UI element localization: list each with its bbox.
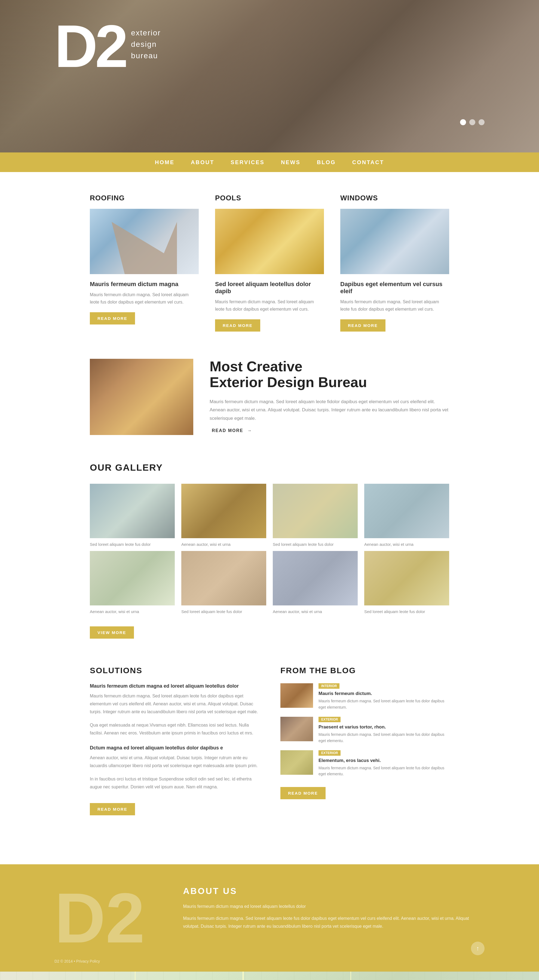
nav-contact[interactable]: CONTACT xyxy=(352,159,384,165)
gallery-thumb-5[interactable] xyxy=(90,551,175,605)
solutions-body1: Mauris fermeum dictum magna. Sed loreet … xyxy=(90,692,259,716)
hero-section: D2 exterior design bureau xyxy=(0,0,539,153)
services-grid: ROOFING Mauris fermeum dictum magna Maur… xyxy=(90,194,449,332)
footer-about-heading: ABOUT US xyxy=(183,886,485,896)
service-pools-btn[interactable]: READ MORE xyxy=(215,319,260,332)
gallery-grid-bottom: Aenean auctor, wisi et urna Sed loreet a… xyxy=(90,551,449,614)
solutions-column: SOLUTIONS Mauris fermeum dictum magna ed… xyxy=(90,666,259,815)
gallery-grid-top: Sed loreet aliquam leote fus dolor Aenea… xyxy=(90,484,449,547)
service-windows: WINDOWS Dapibus eget elementum vel cursu… xyxy=(340,194,449,332)
service-pools-subtitle: Sed loreet aliquam leotellus dolor dapib xyxy=(215,281,324,295)
hero-dot-2[interactable] xyxy=(469,119,475,125)
service-pools: POOLS Sed loreet aliquam leotellus dolor… xyxy=(215,194,324,332)
service-roofing-image xyxy=(90,209,199,274)
blog-post-1-content: Interior Mauris fermeum dictum. Mauris f… xyxy=(318,683,449,710)
blog-tag-2: Exterior xyxy=(318,717,340,722)
blog-post-3: Exterior Elementum, eros lacus vehi. Mau… xyxy=(280,750,449,777)
gallery-caption-2: Aenean auctor, wisi et urna xyxy=(181,542,266,547)
gallery-caption-1: Sed loreet aliquam leote fus dolor xyxy=(90,542,175,547)
gallery-thumb-6[interactable] xyxy=(181,551,266,605)
gallery-caption-5: Aenean auctor, wisi et urna xyxy=(90,609,175,614)
blog-read-more-btn[interactable]: READ MORE xyxy=(280,787,326,799)
nav-blog[interactable]: BLOG xyxy=(317,159,336,165)
gallery-item-8: Sed loreet aliquam leote fus dolor xyxy=(364,551,449,614)
feature-body: Mauris fermeum dictum magna. Sed loreet … xyxy=(210,398,449,423)
gallery-thumb-3[interactable] xyxy=(273,484,358,538)
solutions-para1-title: Mauris fermeum dictum magna ed loreet al… xyxy=(90,683,259,689)
gallery-item-3: Sed loreet aliquam leote fus dolor xyxy=(273,484,358,547)
gallery-caption-4: Aenean auctor, wisi et urna xyxy=(364,542,449,547)
blog-post-3-content: Exterior Elementum, eros lacus vehi. Mau… xyxy=(318,750,449,777)
hero-dots xyxy=(460,119,485,125)
footer-content: ABOUT US Mauris fermeum dictum magna ed … xyxy=(183,886,485,935)
hero-brand-d2: D2 xyxy=(54,16,126,76)
blog-post-1: Interior Mauris fermeum dictum. Mauris f… xyxy=(280,683,449,710)
footer-logo: D2 xyxy=(54,886,145,950)
gallery-item-4: Aenean auctor, wisi et urna xyxy=(364,484,449,547)
solutions-heading: SOLUTIONS xyxy=(90,666,259,675)
service-windows-image xyxy=(340,209,449,274)
service-roofing: ROOFING Mauris fermeum dictum magna Maur… xyxy=(90,194,199,332)
service-roofing-subtitle: Mauris fermeum dictum magna xyxy=(90,281,199,288)
blog-title-3: Elementum, eros lacus vehi. xyxy=(318,758,449,763)
blog-thumb-1 xyxy=(280,683,313,708)
feature-title: Most Creative Exterior Design Bureau xyxy=(210,359,449,390)
gallery-caption-6: Sed loreet aliquam leote fus dolor xyxy=(181,609,266,614)
gallery-thumb-8[interactable] xyxy=(364,551,449,605)
blog-post-2-content: Exterior Praesent et varius tortor, rhon… xyxy=(318,717,449,744)
hero-tagline: exterior design bureau xyxy=(131,27,161,62)
service-roofing-title: ROOFING xyxy=(90,194,199,202)
gallery-item-7: Aenean auctor, wisi et urna xyxy=(273,551,358,614)
service-pools-image xyxy=(215,209,324,274)
hero-dot-3[interactable] xyxy=(479,119,485,125)
solutions-body2: Aenean auctor, wisi et urna. Aliquat vol… xyxy=(90,754,259,770)
nav-home[interactable]: HOME xyxy=(155,159,175,165)
service-windows-btn[interactable]: READ MORE xyxy=(340,319,385,332)
nav-news[interactable]: NEWS xyxy=(281,159,301,165)
gallery-view-more-btn[interactable]: VIEW MORE xyxy=(90,626,134,639)
map-section: Glendale Scottsdale Phoenix Mesa Avondal… xyxy=(0,972,539,980)
blog-tag-3: Exterior xyxy=(318,750,340,756)
service-windows-desc: Mauris fermeum dictum magna. Sed loreet … xyxy=(340,298,449,313)
gallery-item-1: Sed loreet aliquam leote fus dolor xyxy=(90,484,175,547)
gallery-section: OUR GALLERY Sed loreet aliquam leote fus… xyxy=(90,462,449,639)
footer: D2 ABOUT US Mauris fermeum dictum magna … xyxy=(0,864,539,972)
service-pools-desc: Mauris fermeum dictum magna. Sed loreet … xyxy=(215,298,324,313)
gallery-item-5: Aenean auctor, wisi et urna xyxy=(90,551,175,614)
service-roofing-desc: Mauris fermeum dictum magna. Sed loreet … xyxy=(90,291,199,306)
blog-column: FROM THE BLOG Interior Mauris fermeum di… xyxy=(280,666,449,815)
gallery-item-2: Aenean auctor, wisi et urna xyxy=(181,484,266,547)
scroll-to-top-btn[interactable]: ↑ xyxy=(471,942,485,955)
gallery-thumb-2[interactable] xyxy=(181,484,266,538)
service-windows-title: WINDOWS xyxy=(340,194,449,202)
gallery-thumb-4[interactable] xyxy=(364,484,449,538)
gallery-item-6: Sed loreet aliquam leote fus dolor xyxy=(181,551,266,614)
blog-excerpt-3: Mauris fermeum dictum magna. Sed loreet … xyxy=(318,765,449,777)
feature-text: Most Creative Exterior Design Bureau Mau… xyxy=(210,359,449,433)
gallery-thumb-7[interactable] xyxy=(273,551,358,605)
service-pools-title: POOLS xyxy=(215,194,324,202)
solutions-extra2: In in faucibus orci luctus et tristique … xyxy=(90,775,259,791)
footer-about-body2: Mauris fermeum dictum magna. Sed loreet … xyxy=(183,915,485,931)
gallery-caption-3: Sed loreet aliquam leote fus dolor xyxy=(273,542,358,547)
nav-about[interactable]: ABOUT xyxy=(191,159,214,165)
blog-excerpt-1: Mauris fermeum dictum magna. Sed loreet … xyxy=(318,698,449,710)
solutions-read-more-btn[interactable]: READ MORE xyxy=(90,803,135,815)
solutions-blog-section: SOLUTIONS Mauris fermeum dictum magna ed… xyxy=(90,666,449,815)
service-windows-subtitle: Dapibus eget elementum vel cursus eleif xyxy=(340,281,449,295)
feature-image xyxy=(90,359,193,435)
gallery-thumb-1[interactable] xyxy=(90,484,175,538)
feature-section: Most Creative Exterior Design Bureau Mau… xyxy=(90,359,449,435)
blog-thumb-3 xyxy=(280,750,313,775)
blog-title-2: Praesent et varius tortor, rhon. xyxy=(318,724,449,730)
hero-dot-1[interactable] xyxy=(460,119,466,125)
feature-read-more-btn[interactable]: READ MORE → xyxy=(210,428,449,433)
blog-title-1: Mauris fermeum dictum. xyxy=(318,691,449,696)
nav-services[interactable]: SERVICES xyxy=(231,159,265,165)
service-roofing-btn[interactable]: READ MORE xyxy=(90,312,135,325)
main-content: ROOFING Mauris fermeum dictum magna Maur… xyxy=(79,172,460,864)
gallery-heading: OUR GALLERY xyxy=(90,462,449,473)
blog-excerpt-2: Mauris fermeum dictum magna. Sed loreet … xyxy=(318,732,449,744)
map-roads xyxy=(0,972,539,980)
gallery-caption-8: Sed loreet aliquam leote fus dolor xyxy=(364,609,449,614)
